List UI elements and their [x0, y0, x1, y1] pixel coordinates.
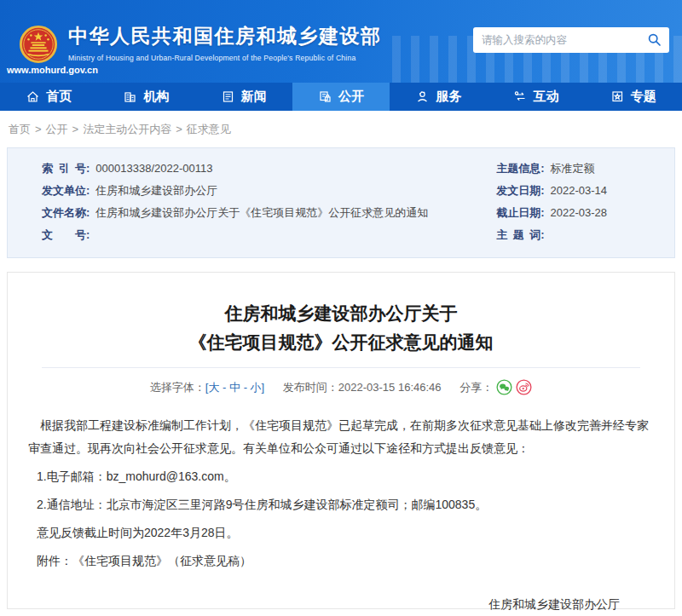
breadcrumb-item-1[interactable]: 公开	[46, 123, 68, 135]
doc-info-row: 文号:	[42, 227, 481, 243]
organization-icon	[123, 89, 137, 104]
doc-info-label: 截止日期	[496, 205, 540, 221]
article-title-line2: 《住宅项目规范》公开征求意见的通知	[28, 328, 654, 357]
doc-info-label: 发文单位	[42, 183, 86, 199]
nav-item-4[interactable]: 服务	[390, 83, 487, 111]
font-size-bracket: ]	[262, 381, 265, 394]
doc-info-label: 索引号	[42, 161, 86, 176]
doc-info-row: 发文日期:2022-03-14	[496, 183, 674, 199]
national-emblem	[19, 25, 58, 64]
article-title: 住房和城乡建设部办公厅关于 《住宅项目规范》公开征求意见的通知	[28, 299, 654, 357]
site-subtitle: Ministry of Housing and Urban-Rural Deve…	[68, 54, 382, 62]
home-icon	[26, 89, 40, 104]
doc-info-colon: :	[86, 205, 90, 221]
publish-time-value: 2022-03-15 16:46:46	[338, 381, 442, 394]
font-size-option-1[interactable]: 中	[229, 381, 240, 394]
doc-info-label: 文件名称	[42, 205, 86, 221]
news-icon	[221, 89, 235, 104]
doc-info-colon: :	[86, 161, 90, 176]
document-info-right-column: 主题信息:标准定额发文日期:2022-03-14截止日期:2022-03-28主…	[481, 161, 674, 250]
weibo-share-icon[interactable]	[516, 379, 532, 395]
doc-info-value: 2022-03-28	[551, 205, 608, 221]
nav-item-1[interactable]: 机构	[97, 83, 194, 111]
nav-item-label: 首页	[46, 89, 72, 105]
article-paragraph-4[interactable]: 附件：《住宅项目规范》（征求意见稿）	[37, 550, 654, 573]
breadcrumb-item-2[interactable]: 法定主动公开内容	[83, 123, 171, 135]
doc-info-value: 住房和城乡建设部办公厅	[95, 183, 217, 199]
publish-time-label: 发布时间：	[283, 381, 338, 394]
font-size-selector: 选择字体：[大 - 中 - 小]	[150, 381, 268, 394]
breadcrumb: 首页>公开>法定主动公开内容>征求意见	[0, 111, 682, 147]
nav-item-label: 互动	[534, 89, 559, 105]
nav-item-label: 公开	[338, 89, 364, 105]
breadcrumb-separator: >	[35, 123, 42, 135]
doc-info-row: 主题词:	[496, 227, 674, 243]
doc-info-colon: :	[86, 183, 90, 199]
font-size-option-0[interactable]: 大	[208, 381, 219, 394]
nav-item-2[interactable]: 新闻	[195, 83, 292, 111]
doc-info-row: 发文单位:住房和城乡建设部办公厅	[42, 183, 481, 199]
font-size-separator: -	[240, 381, 251, 394]
signature-block: 住房和城乡建设部办公厅 2022年3月14日	[28, 593, 654, 616]
doc-info-row: 截止日期:2022-03-28	[496, 205, 674, 221]
document-info-left-column: 索引号:000013338/2022-00113发文单位:住房和城乡建设部办公厅…	[8, 161, 481, 250]
doc-info-colon: :	[540, 205, 544, 221]
doc-info-colon: :	[540, 161, 544, 176]
site-title: 中华人民共和国住房和城乡建设部	[68, 23, 382, 49]
signature-org: 住房和城乡建设部办公厅	[28, 593, 620, 616]
search-bar	[473, 27, 669, 53]
breadcrumb-separator: >	[72, 123, 79, 135]
title-divider	[42, 367, 640, 368]
main-nav: 首页机构新闻公开服务互动专题	[0, 83, 682, 111]
article-body: 根据我部工程建设标准编制工作计划，《住宅项目规范》已起草完成，在前期多次征求意见…	[28, 414, 654, 573]
doc-info-value: 住房和城乡建设部办公厅关于《住宅项目规范》公开征求意见的通知	[95, 205, 428, 221]
document-info-box: 索引号:000013338/2022-00113发文单位:住房和城乡建设部办公厅…	[7, 147, 675, 258]
nav-item-6[interactable]: 专题	[585, 83, 682, 111]
breadcrumb-item-3[interactable]: 征求意见	[187, 123, 231, 135]
doc-info-label: 主题信息	[496, 161, 540, 176]
wechat-share-icon[interactable]	[496, 379, 512, 395]
breadcrumb-separator: >	[176, 123, 182, 135]
article-meta-row: 选择字体：[大 - 中 - 小] 发布时间：2022-03-15 16:46:4…	[28, 379, 654, 395]
doc-info-row: 主题信息:标准定额	[496, 161, 674, 176]
font-size-option-2[interactable]: 小	[251, 381, 262, 394]
article-box: 住房和城乡建设部办公厅关于 《住宅项目规范》公开征求意见的通知 选择字体：[大 …	[7, 272, 675, 609]
topics-star-icon	[610, 89, 625, 104]
doc-info-row: 索引号:000013338/2022-00113	[42, 161, 481, 176]
doc-info-colon: :	[540, 227, 544, 243]
doc-info-label: 发文日期	[496, 183, 540, 199]
article-paragraph-0: 根据我部工程建设标准编制工作计划，《住宅项目规范》已起草完成，在前期多次征求意见…	[28, 414, 654, 460]
doc-info-colon: :	[540, 183, 544, 199]
nav-item-3[interactable]: 公开	[292, 83, 390, 111]
search-icon[interactable]	[647, 32, 662, 48]
nav-item-label: 服务	[436, 89, 461, 105]
doc-info-label: 文号	[42, 227, 86, 243]
article-title-line1: 住房和城乡建设部办公厅关于	[28, 299, 654, 328]
doc-info-label: 主题词	[496, 227, 540, 243]
nav-item-label: 专题	[631, 89, 656, 105]
breadcrumb-item-0[interactable]: 首页	[9, 123, 31, 135]
nav-item-label: 机构	[143, 89, 169, 105]
doc-info-value: 000013338/2022-00113	[95, 161, 212, 176]
article-paragraph-1: 1.电子邮箱：bz_mohurd@163.com。	[37, 465, 654, 488]
nav-item-5[interactable]: 互动	[487, 83, 584, 111]
nav-item-0[interactable]: 首页	[0, 83, 97, 111]
article-paragraph-3: 意见反馈截止时间为2022年3月28日。	[37, 521, 654, 544]
search-input[interactable]	[482, 34, 647, 46]
font-size-separator: -	[219, 381, 229, 394]
service-person-icon	[415, 89, 430, 104]
doc-info-colon: :	[86, 227, 90, 243]
article-paragraph-2: 2.通信地址：北京市海淀区三里河路9号住房和城乡建设部标准定额司；邮编10083…	[37, 493, 654, 516]
share-label: 分享：	[459, 381, 493, 394]
doc-info-value: 标准定额	[551, 161, 595, 176]
disclosure-lock-icon	[318, 89, 332, 104]
interaction-arrows-icon	[513, 89, 528, 104]
share-group: 分享：	[459, 381, 532, 394]
publish-time: 发布时间：2022-03-15 16:46:46	[283, 381, 444, 394]
site-header: 中华人民共和国住房和城乡建设部 Ministry of Housing and …	[0, 0, 682, 83]
doc-info-value: 2022-03-14	[551, 183, 608, 199]
site-url: www.mohurd.gov.cn	[7, 65, 98, 75]
doc-info-row: 文件名称:住房和城乡建设部办公厅关于《住宅项目规范》公开征求意见的通知	[42, 205, 481, 221]
nav-item-label: 新闻	[241, 89, 267, 105]
font-size-label: 选择字体：	[150, 381, 205, 394]
